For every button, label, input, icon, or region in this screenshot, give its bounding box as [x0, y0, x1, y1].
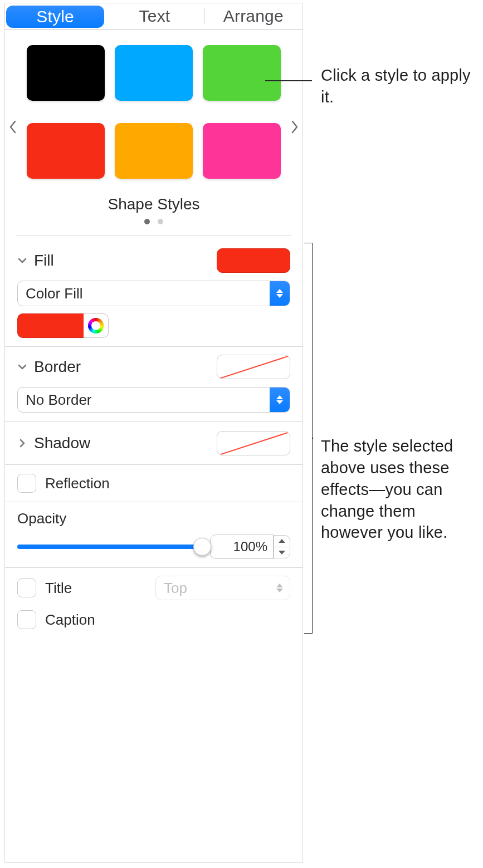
caption-checkbox[interactable]	[17, 610, 36, 629]
color-wheel-icon	[88, 318, 104, 334]
opacity-value-field[interactable]: 100%	[210, 534, 274, 559]
style-swatch-green[interactable]	[203, 45, 281, 101]
title-label: Title	[45, 580, 72, 597]
callout-leader-line	[265, 80, 312, 81]
opacity-section: Opacity 100%	[5, 502, 303, 568]
callout-text: The style selected above uses these effe…	[321, 437, 453, 541]
format-inspector-panel: Style Text Arrange Shape S	[4, 3, 303, 863]
style-swatch-red[interactable]	[27, 123, 105, 179]
callout-leader-line	[312, 438, 313, 439]
popup-stepper-icon	[270, 388, 290, 412]
gallery-page-dots	[17, 219, 290, 224]
shadow-preview-well[interactable]	[217, 431, 290, 455]
fill-color-swatch[interactable]	[17, 313, 84, 338]
style-swatch-grid	[17, 45, 290, 179]
shadow-label: Shadow	[34, 434, 90, 452]
callout-text: Click a style to apply it.	[321, 66, 471, 106]
opacity-step-up[interactable]	[274, 535, 290, 547]
fill-type-popup[interactable]: Color Fill	[17, 281, 290, 306]
fill-preview-well[interactable]	[217, 248, 290, 273]
style-swatch-orange[interactable]	[115, 123, 193, 179]
gallery-prev-button[interactable]	[6, 120, 19, 138]
opacity-value: 100%	[233, 539, 267, 555]
border-label: Border	[34, 358, 81, 376]
chevron-down-icon[interactable]	[17, 256, 27, 266]
title-caption-section: Title Top Caption	[5, 568, 303, 638]
tab-label: Style	[36, 7, 74, 26]
shadow-section: Shadow	[5, 422, 303, 465]
popup-value: Top	[156, 580, 195, 597]
opacity-stepper: 100%	[210, 535, 290, 558]
chevron-right-icon[interactable]	[17, 438, 27, 448]
style-swatch-black[interactable]	[27, 45, 105, 101]
tab-label: Text	[139, 7, 170, 26]
callout-effects: The style selected above uses these effe…	[321, 435, 481, 543]
fill-color-well	[17, 314, 109, 337]
reflection-checkbox[interactable]	[17, 474, 36, 493]
tab-arrange[interactable]: Arrange	[204, 3, 303, 29]
fill-section: Fill Color Fill	[5, 236, 303, 347]
chevron-left-icon	[9, 120, 17, 137]
page-dot-1[interactable]	[144, 219, 150, 224]
tab-text[interactable]: Text	[105, 3, 203, 29]
callout-bracket	[304, 243, 313, 634]
popup-stepper-icon	[270, 576, 290, 600]
opacity-slider[interactable]	[17, 537, 202, 556]
style-swatch-pink[interactable]	[203, 123, 281, 179]
slider-thumb[interactable]	[193, 538, 211, 556]
tab-label: Arrange	[223, 7, 284, 26]
title-position-popup[interactable]: Top	[155, 576, 290, 600]
reflection-section: Reflection	[5, 465, 303, 502]
opacity-step-down[interactable]	[274, 547, 290, 559]
popup-value: No Border	[18, 391, 100, 409]
chevron-right-icon	[291, 120, 299, 137]
inspector-tabs: Style Text Arrange	[5, 3, 303, 30]
page-dot-2[interactable]	[158, 219, 163, 224]
border-section: Border No Border	[5, 347, 303, 422]
caption-label: Caption	[45, 611, 95, 629]
popup-value: Color Fill	[18, 285, 91, 302]
reflection-label: Reflection	[45, 475, 110, 492]
popup-stepper-icon	[270, 281, 290, 306]
gallery-next-button[interactable]	[288, 120, 301, 138]
border-preview-well[interactable]	[217, 355, 290, 379]
slider-fill	[17, 545, 202, 549]
opacity-label: Opacity	[17, 510, 290, 527]
fill-color-picker-button[interactable]	[84, 313, 109, 338]
border-type-popup[interactable]: No Border	[17, 387, 290, 413]
shape-styles-gallery: Shape Styles	[5, 30, 303, 228]
style-swatch-blue[interactable]	[115, 45, 193, 101]
fill-label: Fill	[34, 252, 54, 269]
chevron-down-icon[interactable]	[17, 362, 27, 372]
callout-styles: Click a style to apply it.	[321, 65, 471, 108]
title-checkbox[interactable]	[17, 578, 36, 597]
gallery-title: Shape Styles	[17, 195, 290, 213]
tab-style[interactable]: Style	[6, 6, 104, 28]
